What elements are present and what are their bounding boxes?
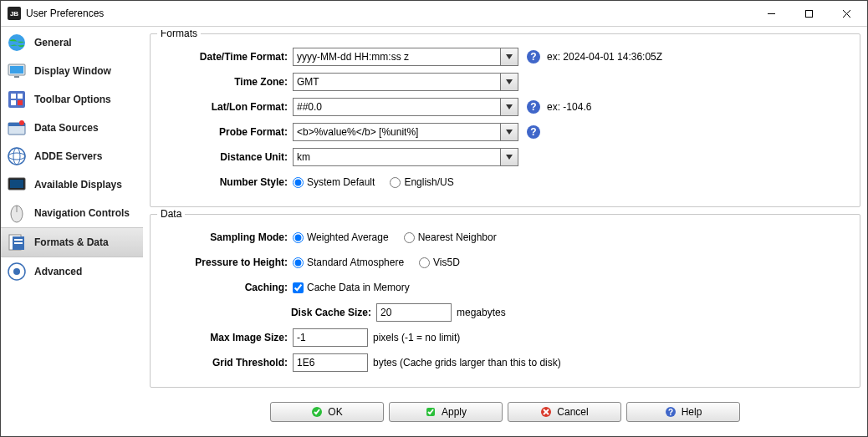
dropdown-button[interactable] — [500, 73, 518, 91]
dropdown-button[interactable] — [500, 123, 518, 141]
button-bar: OK Apply Cancel ? Help — [146, 394, 864, 433]
pressure-vis5d[interactable]: Vis5D — [419, 257, 460, 268]
help-icon[interactable]: ? — [525, 99, 542, 115]
svg-rect-9 — [11, 94, 16, 99]
database-icon — [6, 117, 28, 139]
cancel-button[interactable]: Cancel — [508, 402, 621, 422]
disk-cache-size-label: Disk Cache Size: — [162, 307, 376, 318]
gear-globe-icon — [6, 261, 28, 282]
svg-text:?: ? — [530, 51, 536, 63]
svg-text:?: ? — [668, 408, 673, 417]
probe-format-label: Probe Format: — [162, 126, 293, 138]
svg-rect-20 — [10, 180, 23, 188]
distance-unit-combo[interactable] — [293, 148, 518, 166]
sidebar-item-label: Navigation Controls — [34, 207, 130, 219]
app-icon: JB — [8, 7, 21, 20]
disk-cache-size-suffix: megabytes — [457, 307, 506, 318]
caching-label: Caching: — [162, 282, 293, 293]
max-image-size-label: Max Image Size: — [162, 332, 293, 343]
main-panel: Formats Date/Time Format: ? ex: 2024-04-… — [143, 27, 867, 436]
minimize-button[interactable] — [753, 2, 790, 25]
datetime-format-combo[interactable] — [293, 48, 518, 66]
titlebar: JB User Preferences — [1, 1, 867, 27]
ok-button[interactable]: OK — [270, 402, 384, 422]
sidebar-item-general[interactable]: General — [1, 28, 143, 57]
sidebar-item-label: Formats & Data — [34, 236, 109, 248]
datetime-format-label: Date/Time Format: — [162, 51, 293, 63]
formats-legend: Formats — [157, 30, 201, 39]
globe-icon — [6, 32, 28, 53]
max-image-size-suffix: pixels (-1 = no limit) — [373, 332, 460, 343]
latlon-example: -104.6 — [563, 101, 591, 113]
dropdown-button[interactable] — [500, 148, 518, 166]
timezone-combo[interactable] — [293, 73, 518, 91]
grid-threshold-label: Grid Threshold: — [162, 357, 293, 368]
example-prefix: ex: — [547, 51, 560, 63]
sidebar-item-label: ADDE Servers — [34, 150, 102, 162]
help-icon[interactable]: ? — [525, 124, 542, 140]
apply-button[interactable]: Apply — [389, 402, 503, 422]
svg-text:?: ? — [530, 101, 536, 113]
data-group: Data Sampling Mode: Weighted Average Nea… — [150, 214, 860, 388]
probe-format-input[interactable] — [293, 123, 500, 141]
globe-wire-icon — [6, 145, 28, 167]
latlon-format-input[interactable] — [293, 98, 500, 116]
cache-data-checkbox[interactable]: Cache Data in Memory — [293, 282, 410, 293]
probe-format-combo[interactable] — [293, 123, 518, 141]
sidebar-item-advanced[interactable]: Advanced — [1, 257, 143, 286]
sidebar-item-available-displays[interactable]: Available Displays — [1, 170, 143, 199]
svg-point-17 — [8, 153, 25, 160]
dropdown-button[interactable] — [500, 48, 518, 66]
disk-cache-size-input[interactable] — [376, 303, 452, 322]
mouse-icon — [6, 202, 28, 224]
latlon-format-combo[interactable] — [293, 98, 518, 116]
svg-rect-1 — [806, 10, 813, 17]
svg-point-18 — [13, 148, 20, 165]
svg-rect-10 — [18, 94, 23, 99]
number-style-english-us[interactable]: English/US — [390, 176, 453, 188]
help-icon[interactable]: ? — [525, 48, 542, 65]
sidebar-item-formats-data[interactable]: Formats & Data — [1, 227, 143, 257]
sidebar-item-adde-servers[interactable]: ADDE Servers — [1, 142, 143, 170]
dropdown-button[interactable] — [500, 98, 518, 116]
svg-rect-26 — [14, 242, 23, 244]
svg-point-4 — [8, 34, 25, 51]
sidebar-item-data-sources[interactable]: Data Sources — [1, 114, 143, 142]
max-image-size-input[interactable] — [293, 328, 368, 347]
number-style-system-default[interactable]: System Default — [293, 176, 375, 188]
sampling-nearest-neighbor[interactable]: Nearest Neighbor — [404, 231, 497, 243]
formats-group: Formats Date/Time Format: ? ex: 2024-04-… — [150, 33, 860, 207]
preferences-window: JB User Preferences General — [0, 0, 868, 437]
number-style-label: Number Style: — [162, 176, 293, 188]
display-icon — [6, 174, 28, 196]
data-legend: Data — [157, 208, 185, 220]
sidebar-item-label: Display Window — [34, 65, 111, 77]
monitor-icon — [6, 60, 28, 82]
timezone-input[interactable] — [293, 73, 500, 91]
distance-unit-input[interactable] — [293, 148, 500, 166]
svg-rect-25 — [14, 239, 23, 241]
grid-threshold-input[interactable] — [293, 353, 368, 372]
svg-rect-6 — [14, 76, 19, 78]
sidebar-item-display-window[interactable]: Display Window — [1, 57, 143, 85]
svg-point-28 — [13, 268, 20, 275]
maximize-button[interactable] — [790, 2, 828, 25]
sidebar-item-label: Available Displays — [34, 179, 122, 191]
formats-icon — [6, 231, 28, 253]
sidebar-item-navigation-controls[interactable]: Navigation Controls — [1, 199, 143, 227]
svg-rect-12 — [18, 100, 23, 105]
window-title: User Preferences — [26, 8, 104, 19]
latlon-format-label: Lat/Lon Format: — [162, 101, 293, 113]
sidebar-item-toolbar-options[interactable]: Toolbar Options — [1, 85, 143, 114]
close-button[interactable] — [828, 2, 865, 25]
svg-point-16 — [8, 148, 25, 165]
datetime-format-input[interactable] — [293, 48, 500, 66]
svg-rect-11 — [11, 100, 16, 105]
pressure-standard-atmosphere[interactable]: Standard Atmosphere — [293, 257, 404, 268]
svg-rect-7 — [10, 66, 23, 74]
sidebar: General Display Window Toolbar Options D… — [1, 27, 143, 436]
sidebar-item-label: Toolbar Options — [34, 94, 111, 105]
help-button[interactable]: ? Help — [626, 402, 740, 422]
sampling-weighted-average[interactable]: Weighted Average — [293, 231, 389, 243]
svg-text:?: ? — [530, 126, 536, 138]
